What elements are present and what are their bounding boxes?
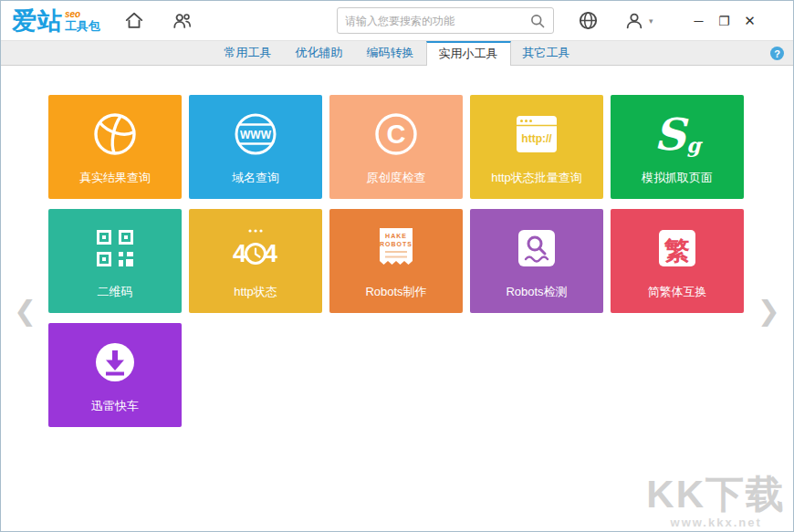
logo-sub-text: 工具包 bbox=[65, 20, 100, 32]
app-window: 爱站 seo 工具包 bbox=[0, 0, 794, 532]
svg-text:繁: 繁 bbox=[663, 236, 690, 265]
minimize-button[interactable]: ─ bbox=[688, 14, 710, 28]
maximize-button[interactable]: ❐ bbox=[714, 14, 736, 28]
copyright-icon: C bbox=[371, 104, 422, 164]
tile-label: 迅雷快车 bbox=[91, 398, 139, 414]
tile-label: 真实结果查询 bbox=[79, 170, 151, 186]
svg-text:WWW: WWW bbox=[240, 129, 272, 141]
topbar: 爱站 seo 工具包 bbox=[1, 1, 793, 41]
www-globe-icon: WWW bbox=[230, 104, 281, 164]
qrcode-icon bbox=[89, 218, 141, 278]
watermark-url: www.kkx.net bbox=[646, 516, 786, 529]
tile-label: 原创度检查 bbox=[367, 170, 426, 186]
tile-label: 二维码 bbox=[98, 284, 133, 300]
tile-simplified-traditional-convert[interactable]: 繁 简繁体互换 bbox=[611, 209, 744, 313]
tile-thunder-express[interactable]: 迅雷快车 bbox=[48, 323, 182, 427]
tile-robots-check[interactable]: Robots检测 bbox=[470, 209, 603, 313]
magnifier-doc-icon bbox=[511, 218, 562, 278]
close-button[interactable]: ✕ bbox=[739, 13, 761, 29]
tab-utilities[interactable]: 实用小工具 bbox=[426, 41, 511, 66]
tile-http-status-batch-query[interactable]: http:// http状态批量查询 bbox=[470, 95, 603, 199]
svg-text:ROBOTS: ROBOTS bbox=[380, 241, 413, 247]
robots-file-icon: HAKE ROBOTS bbox=[371, 218, 422, 278]
svg-text:HAKE: HAKE bbox=[385, 233, 407, 239]
tab-encoding-convert[interactable]: 编码转换 bbox=[355, 41, 426, 65]
prev-page-chevron-icon[interactable]: ❮ bbox=[14, 297, 37, 325]
search-input[interactable] bbox=[345, 15, 529, 27]
traditional-char-icon: 繁 bbox=[652, 218, 703, 278]
tile-simulate-crawl-page[interactable]: Sg 模拟抓取页面 bbox=[611, 95, 744, 199]
search-box[interactable] bbox=[337, 7, 554, 34]
users-icon[interactable] bbox=[172, 11, 193, 31]
tile-label: Robots检测 bbox=[506, 284, 567, 300]
next-page-chevron-icon[interactable]: ❯ bbox=[757, 297, 780, 325]
dribbble-ball-icon bbox=[89, 104, 141, 164]
tile-label: 域名查询 bbox=[232, 170, 279, 186]
tile-label: http状态 bbox=[234, 284, 277, 300]
tile-http-status[interactable]: 4 4 http状态 bbox=[189, 209, 322, 313]
tile-domain-query[interactable]: WWW 域名查询 bbox=[189, 95, 322, 199]
search-icon[interactable] bbox=[529, 13, 546, 29]
watermark: KK下载 www.kkx.net bbox=[646, 475, 786, 529]
user-icon bbox=[624, 11, 644, 31]
tile-label: Robots制作 bbox=[365, 284, 426, 300]
svg-text:http://: http:// bbox=[521, 132, 552, 145]
logo-seo-text: seo bbox=[65, 10, 100, 19]
browser-http-icon: http:// bbox=[511, 104, 562, 164]
svg-text:4: 4 bbox=[233, 240, 246, 267]
tile-originality-check[interactable]: C 原创度检查 bbox=[329, 95, 463, 199]
tile-robots-maker[interactable]: HAKE ROBOTS Robots制作 bbox=[329, 209, 463, 313]
tool-grid: 真实结果查询 WWW 域名查询 bbox=[48, 95, 746, 437]
download-circle-icon bbox=[89, 332, 141, 392]
sg-spider-icon: Sg bbox=[653, 104, 700, 164]
tab-optimize-assist[interactable]: 优化辅助 bbox=[284, 41, 355, 65]
caret-down-icon: ▾ bbox=[649, 16, 653, 26]
main-content: ❮ ❯ 真实结果查询 bbox=[1, 66, 793, 531]
home-icon[interactable] bbox=[124, 11, 144, 31]
tile-real-result-query[interactable]: 真实结果查询 bbox=[48, 95, 182, 199]
user-menu[interactable]: ▾ bbox=[624, 11, 653, 31]
tile-qrcode[interactable]: 二维码 bbox=[48, 209, 182, 313]
globe-icon[interactable] bbox=[578, 10, 599, 31]
clock-404-icon: 4 4 bbox=[228, 218, 283, 278]
svg-text:C: C bbox=[387, 120, 406, 149]
watermark-title: KK下载 bbox=[646, 475, 786, 514]
tabbar: 常用工具 优化辅助 编码转换 实用小工具 其它工具 ? bbox=[1, 41, 793, 66]
tile-label: 模拟抓取页面 bbox=[642, 170, 713, 186]
tile-label: http状态批量查询 bbox=[491, 170, 582, 186]
logo-main-text: 爱站 bbox=[12, 5, 63, 37]
svg-text:4: 4 bbox=[264, 240, 277, 267]
tile-label: 简繁体互换 bbox=[648, 284, 707, 300]
app-logo: 爱站 seo 工具包 bbox=[12, 5, 100, 37]
help-icon[interactable]: ? bbox=[770, 47, 784, 60]
tab-other-tools[interactable]: 其它工具 bbox=[511, 41, 582, 65]
tab-common-tools[interactable]: 常用工具 bbox=[213, 41, 284, 65]
window-controls: ─ ❐ ✕ bbox=[684, 13, 761, 29]
